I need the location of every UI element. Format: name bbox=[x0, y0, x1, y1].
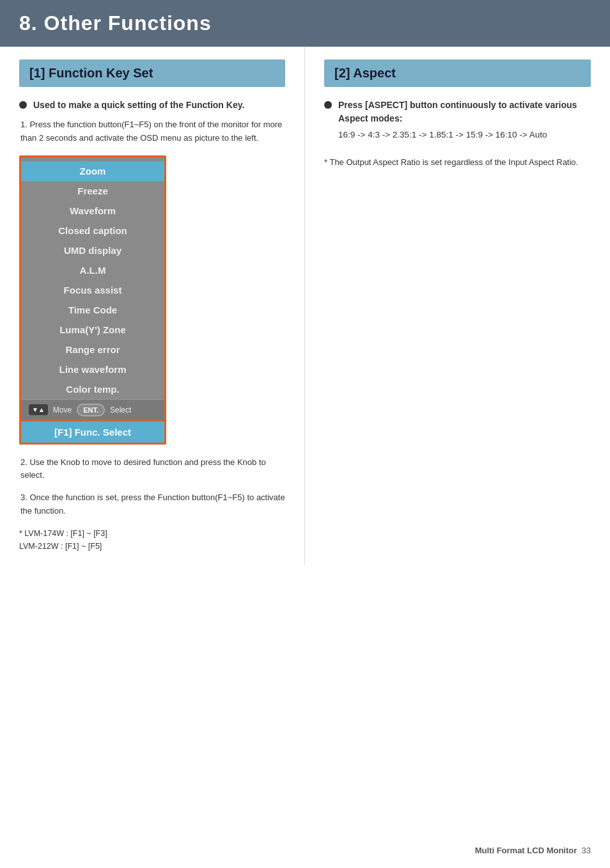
content-area: [1] Function Key Set Used to make a quic… bbox=[0, 47, 610, 565]
ent-badge: ENT. bbox=[77, 404, 105, 416]
bullet-item-aspect: Press [ASPECT] button continuously to ac… bbox=[324, 99, 591, 150]
osd-menu-item: Zoom bbox=[21, 161, 164, 181]
aspect-bullet-line1: Press [ASPECT] button continuously to ac… bbox=[338, 99, 591, 125]
osd-menu-item: UMD display bbox=[21, 241, 164, 260]
osd-menu-item: Closed caption bbox=[21, 221, 164, 241]
left-column: [1] Function Key Set Used to make a quic… bbox=[0, 47, 305, 565]
page-number: 33 bbox=[582, 846, 591, 855]
bullet-dot bbox=[19, 101, 27, 109]
left-section-title: [1] Function Key Set bbox=[29, 66, 275, 81]
osd-menu-item: Line waveform bbox=[21, 359, 164, 379]
osd-menu-item: Freeze bbox=[21, 181, 164, 201]
nav-arrows-icon: ▼▲ bbox=[29, 404, 48, 415]
page-footer: Multi Format LCD Monitor 33 bbox=[475, 846, 591, 855]
footnote2: LVM-212W : [F1] ~ [F5] bbox=[19, 540, 285, 553]
osd-menu-item: Time Code bbox=[21, 300, 164, 320]
osd-menu-item: Waveform bbox=[21, 201, 164, 221]
right-section-title: [2] Aspect bbox=[334, 66, 581, 81]
nav-move-label: Move bbox=[53, 406, 72, 414]
osd-menu-item: Range error bbox=[21, 340, 164, 359]
footnote1: * LVM-174W : [F1] ~ [F3] bbox=[19, 527, 285, 540]
osd-menu-item: Focus assist bbox=[21, 280, 164, 300]
right-column: [2] Aspect Press [ASPECT] button continu… bbox=[305, 47, 610, 565]
bullet-dot-aspect bbox=[324, 101, 332, 109]
nav-select-label: Select bbox=[110, 406, 131, 414]
aspect-bullet-line2: 16:9 -> 4:3 -> 2.35:1 -> 1.85:1 -> 15:9 … bbox=[338, 128, 591, 142]
left-section-header: [1] Function Key Set bbox=[19, 59, 285, 87]
page-header: 8. Other Functions bbox=[0, 0, 610, 47]
page-title: 8. Other Functions bbox=[19, 12, 591, 35]
right-section-header: [2] Aspect bbox=[324, 59, 591, 87]
step3-text: 3. Once the function is set, press the F… bbox=[19, 491, 285, 518]
footer-product-name: Multi Format LCD Monitor bbox=[475, 846, 577, 855]
osd-menu-item: Color temp. bbox=[21, 379, 164, 399]
osd-menu-container: ZoomFreezeWaveformClosed captionUMD disp… bbox=[19, 155, 285, 445]
bullet-item-function-key: Used to make a quick setting of the Func… bbox=[19, 99, 285, 112]
osd-menu: ZoomFreezeWaveformClosed captionUMD disp… bbox=[19, 155, 166, 445]
osd-menu-item: Luma(Y') Zone bbox=[21, 320, 164, 340]
bullet-text-function-key: Used to make a quick setting of the Func… bbox=[33, 99, 244, 112]
osd-menu-item: A.L.M bbox=[21, 260, 164, 280]
step1-text: 1. Press the function button(F1~F5) on t… bbox=[19, 118, 285, 145]
osd-menu-footer: ▼▲ Move ENT. Select bbox=[21, 399, 164, 420]
aspect-bullet-text: Press [ASPECT] button continuously to ac… bbox=[338, 99, 591, 150]
osd-bottom-bar: [F1] Func. Select bbox=[21, 420, 164, 443]
step2-text: 2. Use the Knob to move to desired funct… bbox=[19, 456, 285, 483]
aspect-note: * The Output Aspect Ratio is set regardl… bbox=[324, 156, 591, 170]
